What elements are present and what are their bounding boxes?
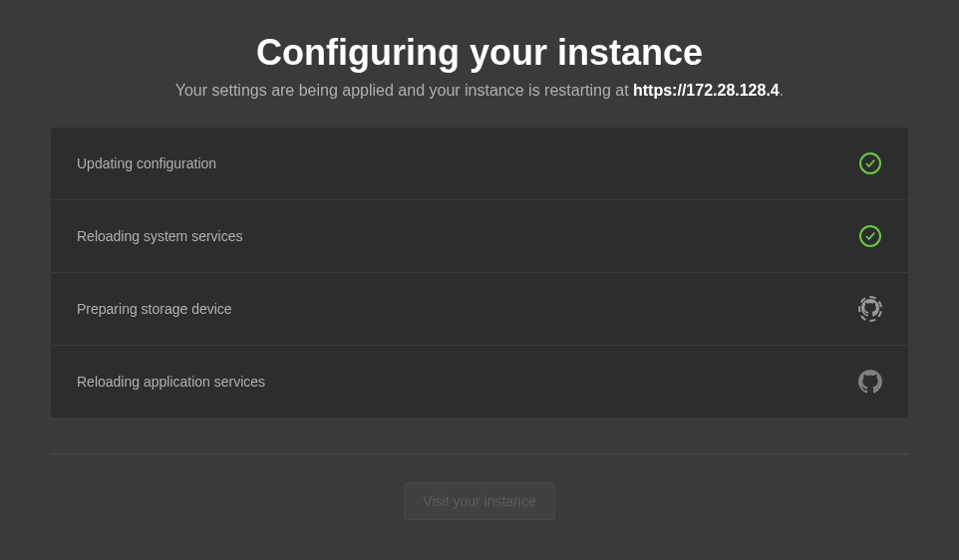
status-check-icon xyxy=(858,224,882,248)
step-label: Preparing storage device xyxy=(77,301,232,317)
step-row-reloading-system-services: Reloading system services xyxy=(51,200,908,273)
subtitle-prefix: Your settings are being applied and your… xyxy=(175,82,633,99)
subtitle-suffix: . xyxy=(780,82,784,99)
step-row-reloading-application-services: Reloading application services xyxy=(51,346,908,418)
divider xyxy=(51,453,908,454)
page-title: Configuring your instance xyxy=(256,32,703,74)
instance-url: https://172.28.128.4 xyxy=(633,82,780,99)
status-check-icon xyxy=(858,151,882,175)
step-label: Reloading application services xyxy=(77,374,265,390)
page-subtitle: Your settings are being applied and your… xyxy=(175,82,784,100)
status-spinner-icon xyxy=(858,297,882,321)
visit-instance-button[interactable]: Visit your instance xyxy=(404,482,554,520)
step-label: Reloading system services xyxy=(77,228,243,244)
steps-panel: Updating configuration Reloading system … xyxy=(51,128,908,418)
step-row-preparing-storage-device: Preparing storage device xyxy=(51,273,908,346)
step-label: Updating configuration xyxy=(77,155,216,171)
status-pending-icon xyxy=(858,370,882,394)
step-row-updating-configuration: Updating configuration xyxy=(51,128,908,200)
